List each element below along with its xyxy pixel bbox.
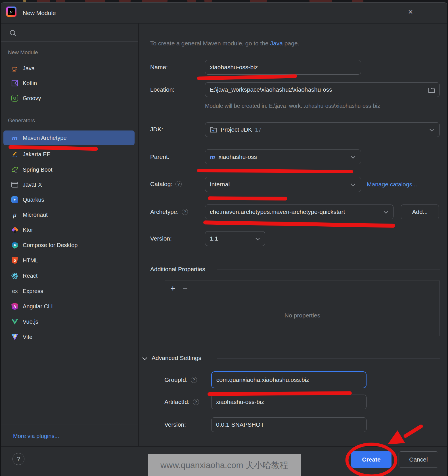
sidebar-item-label: Micronaut xyxy=(23,212,48,218)
sidebar-item-java[interactable]: Java xyxy=(3,61,135,76)
html5-icon: 5 xyxy=(11,256,19,264)
maven-module-icon: m xyxy=(210,153,215,161)
ktor-icon xyxy=(11,226,19,234)
sidebar-item-label: Angular CLI xyxy=(23,303,53,310)
groovy-icon: G xyxy=(11,94,19,102)
sidebar-item-groovy[interactable]: G Groovy xyxy=(3,91,135,106)
background-artifact xyxy=(85,0,105,2)
section-new-module: New Module xyxy=(8,49,38,56)
sidebar-item-label: React xyxy=(23,273,37,279)
sidebar-item-label: Groovy xyxy=(23,95,41,102)
footer-divider xyxy=(1,446,447,447)
dialog-help-icon[interactable]: ? xyxy=(12,453,24,465)
sidebar-item-angular-cli[interactable]: A Angular CLI xyxy=(3,299,135,314)
kotlin-icon xyxy=(11,79,19,87)
sidebar-item-ktor[interactable]: Ktor xyxy=(3,222,135,237)
version-select[interactable]: 1.1 xyxy=(205,231,265,246)
jakarta-ee-icon xyxy=(11,150,19,158)
vue-icon xyxy=(11,318,19,326)
close-icon[interactable]: ✕ xyxy=(405,7,416,17)
archetype-label-text: Archetype: xyxy=(150,208,179,216)
help-icon[interactable]: ? xyxy=(193,399,199,405)
browse-folder-icon[interactable] xyxy=(428,87,435,93)
parent-select[interactable]: m xiaohashu-oss xyxy=(205,149,361,164)
name-value: xiaohashu-oss-biz xyxy=(210,64,258,71)
name-input[interactable]: xiaohashu-oss-biz xyxy=(205,60,361,75)
more-via-plugins-link[interactable]: More via plugins... xyxy=(13,432,59,440)
sidebar-item-label: Maven Archetype xyxy=(23,135,67,141)
background-artifact xyxy=(142,0,168,2)
properties-table: + − No properties xyxy=(165,281,440,336)
remove-property-icon[interactable]: − xyxy=(183,284,188,293)
add-property-icon[interactable]: + xyxy=(170,284,175,293)
help-icon[interactable]: ? xyxy=(182,209,188,215)
groupid-label-text: GroupId: xyxy=(164,376,188,384)
sidebar-item-maven-archetype[interactable]: m Maven Archetype xyxy=(3,130,135,145)
sidebar-item-label: Vue.js xyxy=(23,319,38,325)
sidebar-item-label: Express xyxy=(23,288,43,294)
project-jdk-icon xyxy=(210,126,217,133)
sidebar-item-vuejs[interactable]: Vue.js xyxy=(3,314,135,329)
sidebar-item-html[interactable]: 5 HTML xyxy=(3,253,135,268)
create-button[interactable]: Create xyxy=(351,451,392,468)
java-page-link[interactable]: Java xyxy=(270,40,283,47)
sidebar-item-compose-for-desktop[interactable]: Compose for Desktop xyxy=(3,238,135,252)
background-artifact xyxy=(23,0,26,2)
cancel-button[interactable]: Cancel xyxy=(399,451,438,468)
catalog-label: Catalog:? xyxy=(150,180,182,188)
parent-label: Parent: xyxy=(150,153,169,161)
sidebar-item-express[interactable]: ex Express xyxy=(3,284,135,298)
sidebar-item-label: Quarkus xyxy=(23,197,44,203)
parent-value: xiaohashu-oss xyxy=(219,153,257,160)
intellij-logo-icon: IJ xyxy=(6,7,16,17)
compose-icon xyxy=(11,241,19,249)
chevron-down-icon[interactable] xyxy=(351,154,355,159)
maven-icon: m xyxy=(11,134,19,142)
background-artifact xyxy=(119,0,131,2)
advanced-version-input[interactable]: 0.0.1-SNAPSHOT xyxy=(211,417,367,432)
sidebar-item-micronaut[interactable]: μ Micronaut xyxy=(3,207,135,222)
chevron-down-icon[interactable] xyxy=(351,182,355,186)
sidebar-item-kotlin[interactable]: Kotlin xyxy=(3,76,135,90)
advanced-version-label: Version: xyxy=(164,420,186,429)
advanced-settings-title[interactable]: Advanced Settings xyxy=(152,354,201,362)
location-value: E:\java_workspace\xiaohashu2\xiaohashu-o… xyxy=(210,86,332,93)
angular-icon: A xyxy=(11,302,19,310)
javafx-icon xyxy=(11,181,19,189)
sidebar-item-quarkus[interactable]: ✦ Quarkus xyxy=(3,192,135,207)
catalog-label-text: Catalog: xyxy=(150,180,172,188)
manage-catalogs-link[interactable]: Manage catalogs... xyxy=(367,180,417,189)
sidebar-item-label: JavaFX xyxy=(23,182,42,188)
sidebar-item-vite[interactable]: Vite xyxy=(3,330,135,344)
archetype-select[interactable]: che.maven.archetypes:maven-archetype-qui… xyxy=(205,205,393,219)
groupid-label: GroupId:? xyxy=(164,376,197,384)
add-archetype-button[interactable]: Add... xyxy=(401,205,439,219)
help-icon[interactable]: ? xyxy=(175,181,182,187)
sidebar-item-spring-boot[interactable]: Spring Boot xyxy=(3,162,135,177)
sidebar-item-react[interactable]: React xyxy=(3,268,135,283)
no-properties-text: No properties xyxy=(165,312,439,319)
background-artifact xyxy=(56,0,65,2)
dialog-title: New Module xyxy=(23,9,56,18)
location-helper-text: Module will be created in: E:\java_work.… xyxy=(205,102,380,110)
chevron-down-icon[interactable] xyxy=(430,127,434,132)
help-icon[interactable]: ? xyxy=(191,377,197,383)
sidebar-item-label: Kotlin xyxy=(23,80,37,87)
new-module-dialog: IJ New Module ✕ New Module Java Kotlin G… xyxy=(1,2,447,476)
sidebar-item-label: Jakarta EE xyxy=(23,151,51,158)
chevron-down-icon[interactable] xyxy=(256,236,260,241)
java-icon xyxy=(11,64,19,72)
artifactid-input[interactable]: xiaohashu-oss-biz xyxy=(211,395,367,409)
hint-prefix: To create a general Maven module, go to … xyxy=(150,40,270,47)
search-icon[interactable] xyxy=(9,29,17,37)
annotation-underline-name xyxy=(197,74,297,80)
collapse-chevron-icon[interactable] xyxy=(143,355,147,360)
sidebar-item-javafx[interactable]: JavaFX xyxy=(3,177,135,192)
express-icon: ex xyxy=(11,287,19,295)
chevron-down-icon[interactable] xyxy=(384,209,388,214)
groupid-input[interactable]: com.quanxiaoha.xiaohashu.oss.biz xyxy=(211,371,367,388)
annotation-underline-archetype xyxy=(203,220,395,228)
jdk-select[interactable]: Project JDK 17 xyxy=(205,122,440,137)
location-input[interactable]: E:\java_workspace\xiaohashu2\xiaohashu-o… xyxy=(205,82,440,97)
catalog-select[interactable]: Internal xyxy=(205,177,361,192)
